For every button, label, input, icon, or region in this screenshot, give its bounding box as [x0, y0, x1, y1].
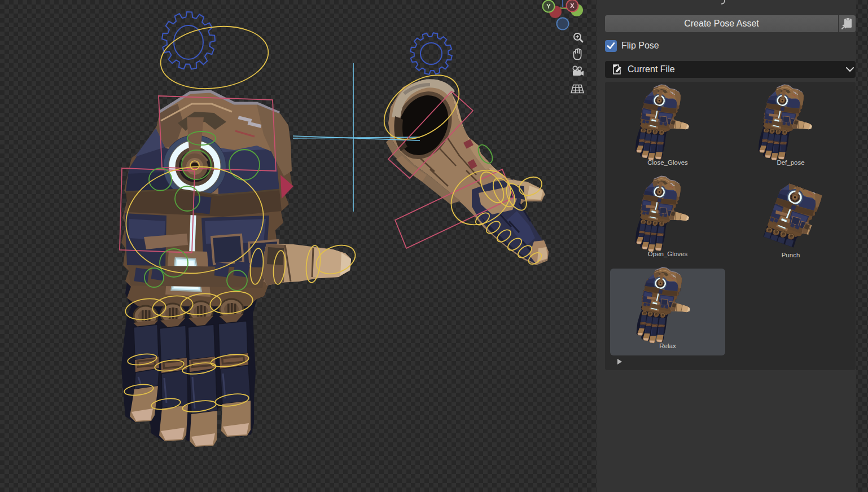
svg-text:X: X	[570, 2, 575, 9]
svg-text:Y: Y	[546, 3, 551, 10]
